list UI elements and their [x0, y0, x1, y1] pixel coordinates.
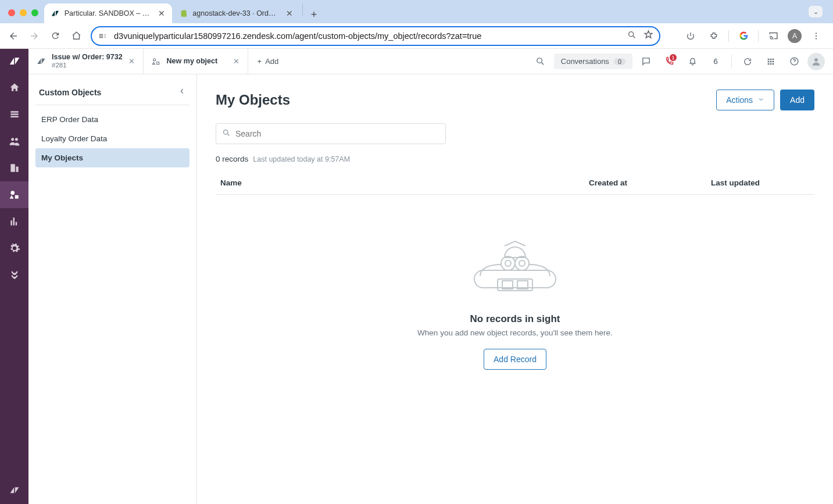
collapse-panel-icon[interactable]	[178, 87, 186, 98]
window-controls	[3, 9, 44, 23]
browser-toolbar: d3vuniquelyparticular1580997216.zendesk.…	[0, 23, 833, 49]
refresh-icon[interactable]	[738, 52, 757, 72]
nav-admin-icon[interactable]	[0, 235, 28, 262]
nav-customers-icon[interactable]	[0, 128, 28, 155]
search-icon	[222, 128, 231, 140]
nav-custom-objects-icon[interactable]	[0, 181, 28, 208]
browser-home-button[interactable]	[67, 27, 85, 45]
tab-close-icon[interactable]: ✕	[158, 9, 165, 18]
site-settings-icon[interactable]	[98, 31, 108, 41]
user-avatar[interactable]	[807, 53, 825, 70]
sidebar-item[interactable]: ERP Order Data	[35, 110, 190, 129]
svg-rect-7	[156, 62, 159, 64]
page-content: My Objects Actions Add	[197, 74, 833, 504]
sidebar-item[interactable]: My Objects	[35, 148, 190, 167]
workspace-tab[interactable]: Issue w/ Order: 9732 #281 ✕	[28, 49, 144, 74]
zoom-icon[interactable]	[627, 30, 637, 42]
browser-tab[interactable]: agnostack-dev-33 · Orders · ✕	[172, 3, 300, 23]
new-tab-button[interactable]: +	[305, 6, 323, 23]
workspace-tab-subtitle: #281	[52, 62, 123, 70]
browser-tab[interactable]: Particular. SANDBOX – Zend ✕	[44, 3, 172, 23]
nav-home-icon[interactable]	[0, 74, 28, 101]
empty-title: No records in sight	[393, 313, 637, 325]
notifications-count[interactable]: 6	[706, 52, 725, 72]
svg-point-6	[153, 58, 155, 60]
side-panel: Custom Objects ERP Order Data Loyalty Or…	[28, 74, 197, 504]
conversations-label: Conversations	[561, 57, 609, 66]
column-name[interactable]: Name	[220, 178, 589, 187]
svg-point-4	[10, 191, 15, 195]
nav-org-icon[interactable]	[0, 155, 28, 181]
apps-grid-icon[interactable]	[761, 52, 781, 72]
chrome-menu-button[interactable]	[807, 27, 825, 45]
conversations-button[interactable]: Conversations 0	[554, 53, 632, 69]
window-close-dot[interactable]	[8, 9, 15, 16]
object-icon	[152, 57, 161, 66]
sidebar-item[interactable]: Loyalty Order Data	[35, 129, 190, 148]
conversations-count: 0	[614, 58, 625, 65]
actions-button[interactable]: Actions	[716, 90, 774, 110]
records-count: 0 records	[216, 155, 248, 163]
call-icon[interactable]: 1	[659, 52, 679, 72]
workspace-add-tab-button[interactable]: + Add	[248, 49, 289, 74]
nav-views-icon[interactable]	[0, 101, 28, 128]
chrome-profile-avatar[interactable]: A	[788, 29, 802, 43]
window-max-dot[interactable]	[31, 9, 38, 16]
nav-apps-icon[interactable]	[0, 262, 28, 288]
add-button[interactable]: Add	[780, 90, 814, 110]
svg-point-1	[816, 33, 817, 34]
browser-tab-strip: Particular. SANDBOX – Zend ✕ agnostack-d…	[0, 0, 833, 23]
bell-icon[interactable]	[682, 52, 702, 72]
search-input[interactable]	[216, 123, 446, 144]
svg-point-2	[816, 35, 817, 36]
search-field[interactable]	[235, 129, 439, 138]
chat-icon[interactable]	[636, 52, 656, 72]
window-min-dot[interactable]	[20, 9, 27, 16]
cast-icon[interactable]	[764, 27, 782, 45]
bookmark-star-icon[interactable]	[643, 30, 653, 42]
workspace-tab-title: Issue w/ Order: 9732	[52, 53, 123, 62]
close-icon[interactable]: ✕	[128, 57, 135, 66]
call-badge: 1	[670, 54, 677, 61]
google-icon[interactable]	[735, 27, 752, 45]
add-tab-label: Add	[265, 57, 278, 66]
omnibar-search-icon[interactable]	[531, 52, 550, 72]
workspace-tab[interactable]: New my object ✕	[144, 49, 248, 74]
browser-reload-button[interactable]	[47, 27, 64, 45]
shopify-favicon-icon	[179, 9, 188, 18]
zendesk-z-icon[interactable]	[0, 477, 28, 504]
power-icon[interactable]	[682, 27, 699, 45]
svg-point-18	[505, 260, 511, 266]
side-panel-title: Custom Objects	[39, 88, 101, 97]
zendesk-logo-icon[interactable]	[0, 49, 28, 74]
column-created[interactable]: Created at	[589, 178, 711, 187]
plus-icon: +	[258, 57, 262, 66]
browser-back-button[interactable]	[5, 27, 22, 45]
browser-forward-button[interactable]	[26, 27, 43, 45]
table-header: Name Created at Last updated	[216, 171, 814, 195]
workspace-tab-title: New my object	[167, 57, 218, 66]
add-record-button[interactable]: Add Record	[484, 349, 546, 370]
svg-point-17	[515, 256, 529, 270]
svg-point-0	[629, 31, 634, 36]
svg-point-19	[519, 260, 525, 266]
product-rail	[0, 49, 28, 504]
zendesk-favicon-icon	[51, 9, 60, 18]
extensions-icon[interactable]	[705, 27, 723, 45]
browser-tab-title: Particular. SANDBOX – Zend	[65, 9, 151, 17]
nav-reporting-icon[interactable]	[0, 208, 28, 235]
tab-close-icon[interactable]: ✕	[286, 9, 293, 18]
svg-point-3	[816, 38, 817, 39]
address-bar[interactable]: d3vuniquelyparticular1580997216.zendesk.…	[91, 26, 660, 46]
svg-point-8	[537, 58, 542, 63]
tab-overflow[interactable]: ⌄	[802, 6, 830, 23]
empty-state: No records in sight When you add new obj…	[393, 230, 637, 370]
help-icon[interactable]	[784, 52, 804, 72]
column-updated[interactable]: Last updated	[711, 178, 810, 187]
browser-tab-title: agnostack-dev-33 · Orders ·	[192, 9, 279, 17]
svg-point-10	[814, 58, 818, 62]
svg-point-16	[501, 256, 515, 270]
close-icon[interactable]: ✕	[233, 57, 239, 66]
url-text: d3vuniquelyparticular1580997216.zendesk.…	[114, 31, 627, 41]
empty-illustration-icon	[457, 230, 573, 299]
